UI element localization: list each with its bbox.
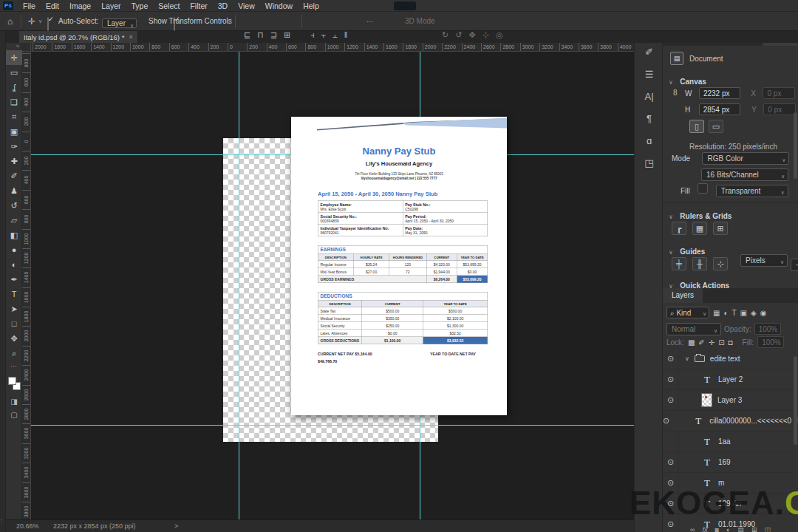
- chevron-down-icon[interactable]: ∨: [669, 214, 673, 220]
- distribute-icon[interactable]: ⫟: [321, 25, 327, 44]
- align-icon[interactable]: ⊓: [257, 25, 264, 44]
- path-selection-tool[interactable]: ➤: [6, 301, 22, 316]
- object-selection-tool[interactable]: ❏: [6, 95, 22, 109]
- visibility-toggle[interactable]: ⊙: [663, 452, 679, 473]
- canvas-area[interactable]: Nanny Pay Stub Lily's Housemaid Agency 7…: [31, 52, 634, 519]
- ruler-origin-corner[interactable]: [22, 43, 31, 52]
- menu-item[interactable]: Window: [260, 0, 298, 12]
- layers-scrollbar[interactable]: [794, 356, 797, 445]
- pen-tool[interactable]: ✒: [6, 272, 22, 287]
- document-tab[interactable]: Italy id.psd @ 20.7% (RGB/16) * ×: [19, 31, 138, 43]
- width-field[interactable]: 2232 px: [699, 87, 740, 99]
- collapse-toolbar-icon[interactable]: »: [6, 43, 21, 50]
- shape-tool[interactable]: □: [6, 316, 22, 331]
- bit-depth-dropdown[interactable]: 16 Bits/Channel: [701, 168, 788, 181]
- layer-filter-kind-dropdown[interactable]: ⌕ Kind: [666, 307, 709, 318]
- filter-pixel-layers-icon[interactable]: ▦: [713, 309, 720, 317]
- layer-row-group[interactable]: ⊙ ∨edite text: [663, 349, 793, 369]
- filter-shape-layers-icon[interactable]: ▣: [740, 309, 747, 317]
- layer-row[interactable]: ⊙ TLayer 2: [663, 369, 793, 390]
- lasso-tool[interactable]: ʆ: [6, 80, 22, 95]
- align-icon[interactable]: ⊒: [270, 25, 277, 44]
- fill-swatch[interactable]: [698, 183, 708, 194]
- guide-toggle[interactable]: ╫: [692, 257, 707, 270]
- lock-pixels-icon[interactable]: ✐: [698, 338, 704, 347]
- filter-smart-objects-icon[interactable]: ◈: [751, 309, 757, 317]
- move-tool-preset-icon[interactable]: ✛: [28, 12, 35, 31]
- frame-tool[interactable]: ▣: [6, 124, 22, 139]
- status-options-arrow[interactable]: >: [174, 520, 178, 532]
- libraries-panel-icon[interactable]: ◳: [635, 153, 664, 172]
- menu-item[interactable]: Image: [64, 0, 96, 12]
- auto-select-target-dropdown[interactable]: Layer: [102, 18, 137, 28]
- guide-toggle[interactable]: ⊹: [713, 257, 728, 270]
- hand-tool[interactable]: ✥: [6, 331, 22, 346]
- home-icon[interactable]: ⌂: [7, 12, 13, 31]
- filter-toggle-icon[interactable]: ◉: [760, 309, 767, 317]
- menu-item[interactable]: Filter: [185, 0, 212, 12]
- visibility-toggle[interactable]: ⊙: [663, 390, 679, 411]
- blend-mode-dropdown[interactable]: Normal: [666, 323, 721, 335]
- properties-scrollbar[interactable]: [794, 112, 797, 179]
- opacity-field[interactable]: 100%: [754, 323, 781, 335]
- menu-item[interactable]: Edit: [41, 0, 64, 12]
- lock-artboard-icon[interactable]: ⊡: [718, 338, 724, 347]
- menu-item[interactable]: 3D: [213, 0, 233, 12]
- vertical-ruler[interactable]: 8006004002000200400600800100012001400160…: [22, 52, 31, 519]
- eyedropper-tool[interactable]: ✑: [6, 139, 22, 154]
- crop-tool[interactable]: ⌗: [6, 109, 22, 124]
- guide-vertical[interactable]: [239, 52, 239, 519]
- chevron-down-icon[interactable]: ∨: [669, 79, 673, 86]
- tab-layers[interactable]: Layers: [663, 288, 703, 303]
- layer-mask-icon[interactable]: ◙: [715, 526, 718, 532]
- rulers-grids-section-header[interactable]: Rulers & Grids: [680, 212, 732, 220]
- chevron-down-icon[interactable]: ∨: [38, 12, 42, 31]
- visibility-toggle[interactable]: ⊙: [663, 411, 670, 432]
- auto-select-checkbox[interactable]: [47, 17, 49, 31]
- layer-row[interactable]: ⊙ Tcilla0000000...<<<<<<<0 d: [663, 411, 793, 432]
- ruler-grid-toggle[interactable]: ⊞: [713, 222, 728, 235]
- lock-position-icon[interactable]: ✛: [709, 338, 715, 347]
- blur-tool[interactable]: ●: [6, 242, 22, 257]
- height-field[interactable]: 2854 px: [699, 103, 740, 115]
- menu-item[interactable]: Help: [298, 0, 324, 12]
- clone-stamp-tool[interactable]: ♟: [6, 183, 22, 198]
- distribute-icon[interactable]: ‖: [344, 25, 348, 44]
- layer-row[interactable]: ⊙ T169: [663, 452, 793, 473]
- guide-style-dropdown[interactable]: ───: [791, 259, 798, 271]
- landscape-orientation-button[interactable]: ▭: [709, 120, 723, 133]
- new-layer-icon[interactable]: ⊞: [751, 526, 757, 532]
- marquee-tool[interactable]: ▭: [6, 65, 22, 80]
- layer-row[interactable]: ⊙ Layer 3: [663, 390, 793, 411]
- visibility-toggle[interactable]: ⊙: [663, 369, 679, 390]
- menu-item[interactable]: Select: [153, 0, 185, 12]
- align-icon[interactable]: ⊞: [284, 25, 290, 44]
- move-tool[interactable]: ✛: [6, 50, 22, 65]
- chevron-down-icon[interactable]: ∨: [685, 355, 689, 362]
- align-icon[interactable]: ⊑: [244, 25, 250, 44]
- close-icon[interactable]: ×: [129, 33, 132, 41]
- layer-row[interactable]: T1aa: [663, 432, 793, 452]
- color-mode-dropdown[interactable]: RGB Color: [702, 152, 789, 165]
- visibility-toggle[interactable]: [663, 432, 679, 452]
- ruler-grid-toggle[interactable]: ▦: [692, 222, 707, 235]
- healing-brush-tool[interactable]: ✚: [6, 154, 22, 168]
- menu-item[interactable]: View: [233, 0, 260, 12]
- adjustment-layer-icon[interactable]: ◐: [726, 526, 730, 532]
- type-tool[interactable]: T: [6, 287, 22, 301]
- distribute-icon[interactable]: ⫠: [332, 25, 338, 44]
- history-brush-tool[interactable]: ↺: [6, 198, 22, 213]
- lock-transparency-icon[interactable]: ▩: [688, 338, 695, 347]
- fill-dropdown[interactable]: Transparent: [716, 185, 788, 197]
- quick-mask-button[interactable]: ◨: [6, 395, 22, 408]
- new-group-icon[interactable]: ▤: [737, 526, 744, 532]
- menu-item[interactable]: File: [18, 0, 41, 12]
- edit-toolbar-button[interactable]: ···: [6, 362, 21, 369]
- link-layers-icon[interactable]: ∞: [690, 526, 695, 532]
- menu-item[interactable]: Type: [126, 0, 153, 12]
- paragraph-panel-icon[interactable]: ¶: [635, 109, 664, 128]
- menu-item[interactable]: Layer: [96, 0, 126, 12]
- chevron-down-icon[interactable]: ∨: [669, 249, 673, 256]
- gradient-tool[interactable]: ◧: [6, 228, 22, 242]
- brush-tool[interactable]: ✐: [6, 168, 22, 183]
